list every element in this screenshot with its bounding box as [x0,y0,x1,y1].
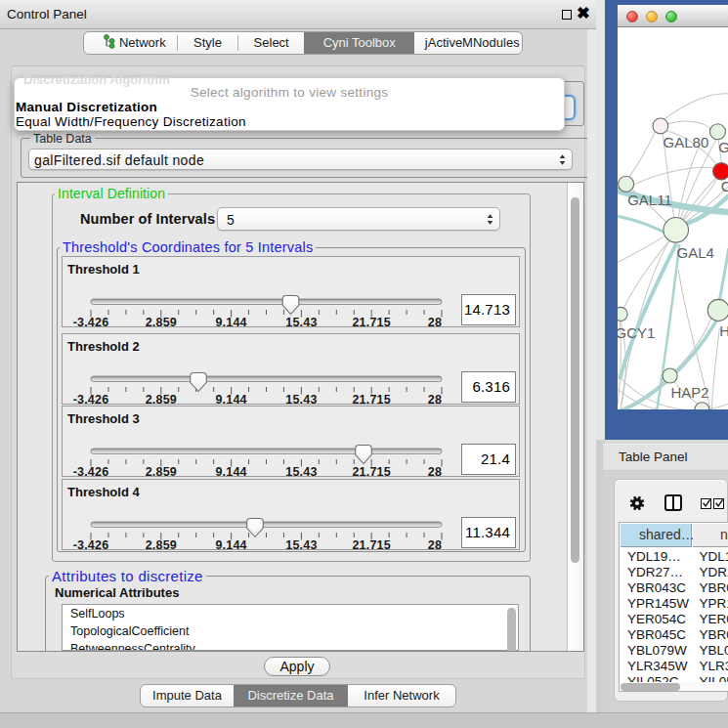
svg-text:HAP2: HAP2 [670,384,708,401]
svg-text:GAL4: GAL4 [676,244,713,261]
svg-text:HA: HA [719,322,728,339]
svg-text:GAL80: GAL80 [663,134,708,150]
svg-text:GCY1: GCY1 [618,324,655,341]
svg-text:GA: GA [718,139,728,155]
svg-text:GAL11: GAL11 [627,192,672,208]
svg-text:CY: CY [720,178,728,194]
